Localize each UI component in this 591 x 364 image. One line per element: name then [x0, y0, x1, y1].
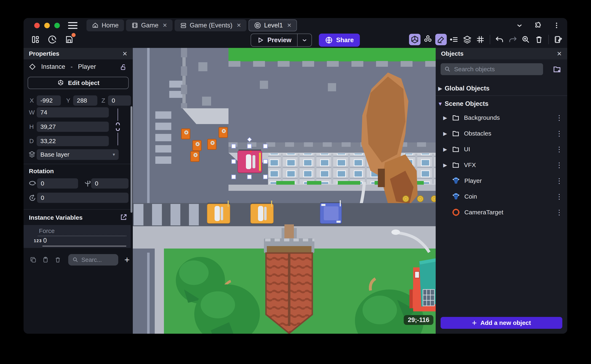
layer-select[interactable]: Base layer ▾: [37, 149, 119, 160]
link-dimensions-icon[interactable]: [115, 122, 121, 131]
add-new-object-label: Add a new object: [480, 319, 531, 326]
blue-car[interactable]: [320, 200, 342, 224]
rotation-z-input[interactable]: [37, 193, 128, 203]
toggle-3d-view-icon[interactable]: [409, 34, 420, 45]
add-new-object-button[interactable]: + Add a new object: [441, 317, 562, 329]
objects-3d-icon[interactable]: [422, 34, 434, 45]
global-objects-label: Global Objects: [445, 85, 490, 92]
variables-search[interactable]: [68, 254, 118, 266]
delete-icon[interactable]: [533, 34, 545, 45]
tree-item-backgrounds[interactable]: ▶ Backgrounds ⋮: [436, 111, 567, 124]
player-car-selected[interactable]: [238, 150, 262, 173]
tab-home[interactable]: Home: [86, 20, 124, 31]
item-menu-icon[interactable]: ⋮: [556, 192, 563, 201]
tab-label: Home: [102, 22, 119, 29]
collapse-chevron-icon[interactable]: [516, 21, 523, 29]
link-line: [118, 109, 118, 121]
taxi-car[interactable]: [251, 201, 273, 224]
chevron-right-icon: ▶: [441, 131, 449, 136]
variables-search-input[interactable]: [81, 257, 114, 263]
scene-objects-group[interactable]: ▼ Scene Objects: [436, 98, 567, 110]
close-tab-icon[interactable]: ✕: [162, 22, 167, 29]
close-properties-icon[interactable]: ✕: [122, 50, 127, 57]
tab-bar: Home Game ✕ Game (Events) ✕ Level1 ✕: [24, 18, 567, 33]
scene-properties-icon[interactable]: [552, 34, 564, 45]
y-input[interactable]: [73, 95, 97, 106]
tab-label: Game (Events): [190, 22, 232, 29]
maximize-window-button[interactable]: [54, 23, 60, 28]
grid-icon[interactable]: [475, 34, 486, 45]
edit-object-button[interactable]: Edit object: [28, 77, 129, 89]
paste-variable-icon[interactable]: [42, 256, 49, 263]
close-tab-icon[interactable]: ✕: [287, 22, 292, 29]
globe-icon: [325, 36, 333, 44]
events-list-icon: [180, 22, 187, 29]
preview-button[interactable]: Preview: [251, 33, 312, 47]
browser-menu-icon[interactable]: [553, 22, 560, 29]
tree-item-obstacles[interactable]: ▶ Obstacles ⋮: [436, 127, 567, 140]
history-icon[interactable]: [46, 34, 58, 45]
close-window-button[interactable]: [34, 23, 40, 28]
play-icon: [257, 36, 264, 44]
zoom-icon[interactable]: [520, 34, 531, 45]
tree-item-player[interactable]: Player ⋮: [436, 175, 567, 187]
add-variable-icon[interactable]: +: [124, 255, 130, 264]
variable-value[interactable]: 0: [43, 237, 47, 244]
instances-list-icon[interactable]: [448, 34, 460, 45]
properties-scrollbar[interactable]: [131, 106, 132, 213]
brick-tower[interactable]: [264, 224, 314, 333]
width-input[interactable]: [37, 107, 109, 117]
share-button[interactable]: Share: [319, 33, 360, 47]
layers-icon[interactable]: [461, 34, 473, 45]
project-manager-icon[interactable]: [30, 34, 41, 45]
rotation-x-input[interactable]: [37, 178, 78, 188]
tab-game-events[interactable]: Game (Events) ✕: [175, 20, 246, 31]
tree-item-vfx[interactable]: ▶ VFX ⋮: [436, 159, 567, 171]
folder-icon: [452, 161, 460, 169]
undo-icon[interactable]: [494, 34, 505, 45]
tab-game[interactable]: Game ✕: [126, 20, 173, 31]
tree-item-ui[interactable]: ▶ UI ⋮: [436, 143, 567, 156]
extensions-icon[interactable]: [534, 21, 542, 29]
scene-canvas[interactable]: 29;-116: [133, 48, 436, 334]
close-objects-icon[interactable]: ✕: [557, 50, 562, 57]
tree-item-coin[interactable]: Coin ⋮: [436, 190, 567, 203]
item-menu-icon[interactable]: ⋮: [556, 208, 563, 216]
global-objects-group[interactable]: ▶ Global Objects: [436, 83, 567, 94]
tree-item-cameratarget[interactable]: CameraTarget ⋮: [436, 206, 567, 219]
cursor-coordinates-badge: 29;-116: [404, 315, 433, 325]
edit-mode-pencil-icon[interactable]: [435, 34, 447, 45]
building-tower[interactable]: [182, 48, 228, 124]
item-menu-icon[interactable]: ⋮: [556, 114, 563, 122]
depth-input[interactable]: [37, 136, 109, 146]
height-input[interactable]: [37, 122, 109, 132]
delete-variable-icon[interactable]: [54, 256, 61, 263]
variable-row[interactable]: Force 123 0: [24, 225, 131, 248]
close-tab-icon[interactable]: ✕: [237, 22, 241, 29]
save-icon[interactable]: [63, 34, 75, 45]
x-input[interactable]: [37, 95, 61, 106]
x-label: X: [30, 97, 34, 104]
open-variables-external-icon[interactable]: [120, 213, 127, 221]
main-menu-icon[interactable]: [68, 22, 78, 29]
item-menu-icon[interactable]: ⋮: [556, 145, 563, 153]
rotation-y-input[interactable]: [91, 178, 128, 188]
add-folder-icon[interactable]: [552, 65, 562, 74]
chevron-right-icon: ▶: [441, 162, 449, 168]
z-input[interactable]: [108, 95, 131, 106]
properties-title: Properties: [29, 50, 59, 57]
copy-variable-icon[interactable]: [30, 256, 37, 263]
redo-icon[interactable]: [507, 34, 518, 45]
item-menu-icon[interactable]: ⋮: [556, 161, 563, 169]
item-menu-icon[interactable]: ⋮: [556, 129, 563, 137]
objects-search-input[interactable]: [454, 66, 539, 73]
item-menu-icon[interactable]: ⋮: [556, 177, 563, 185]
taxi-car[interactable]: [207, 201, 230, 224]
preview-options-chevron-icon[interactable]: [298, 37, 312, 43]
rotate-x-icon: [28, 179, 37, 188]
variable-name[interactable]: Force: [39, 228, 55, 234]
minimize-window-button[interactable]: [44, 23, 50, 28]
objects-search[interactable]: [441, 63, 543, 75]
tab-level1[interactable]: Level1 ✕: [249, 20, 297, 31]
unlock-icon[interactable]: [120, 64, 127, 71]
